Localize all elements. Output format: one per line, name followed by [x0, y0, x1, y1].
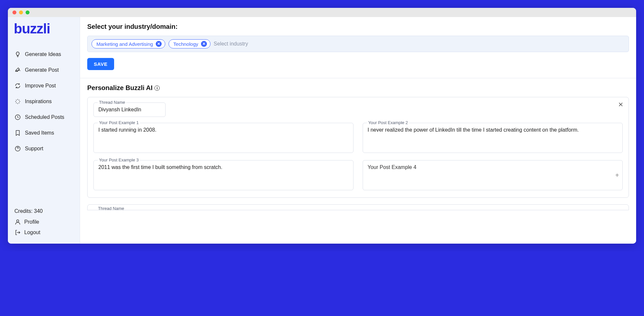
logout-icon: [14, 229, 21, 236]
window-minimize-dot[interactable]: [19, 10, 23, 14]
bookmark-icon: [14, 130, 21, 136]
personalize-heading-text: Personalize Buzzli AI: [87, 84, 152, 92]
sidebar-item-label: Saved Items: [25, 130, 54, 136]
thread-name-input[interactable]: [98, 107, 161, 113]
sidebar-item-label: Inspirations: [25, 99, 52, 104]
post-example-3-input[interactable]: [98, 164, 349, 185]
personalize-heading: Personalize Buzzli AI i: [87, 84, 629, 92]
industry-section: Select your industry/domain: Marketing a…: [80, 17, 636, 78]
card-close-button[interactable]: [617, 101, 624, 109]
thread-name-field[interactable]: Thread Name: [93, 102, 166, 117]
example-label: Your Post Example 3: [98, 158, 140, 162]
tag-label: Marketing and Advertising: [96, 41, 153, 47]
post-example-4-input[interactable]: [368, 164, 618, 185]
personalize-section: Personalize Buzzli AI i Thread Name Your…: [80, 78, 636, 218]
user-icon: [14, 219, 21, 225]
lightbulb-icon: [14, 51, 21, 58]
info-icon[interactable]: i: [154, 85, 160, 91]
industry-tag: Marketing and Advertising ✕: [91, 39, 165, 48]
clock-icon: [14, 114, 21, 121]
post-example-2-input[interactable]: [368, 127, 618, 147]
post-example-4-field[interactable]: +: [363, 160, 623, 190]
industry-tag: Technology ✕: [169, 39, 211, 48]
tag-label: Technology: [173, 41, 198, 47]
industry-placeholder: Select industry: [214, 41, 248, 47]
close-icon: [617, 101, 624, 108]
sidebar-item-label: Generate Ideas: [25, 51, 61, 57]
sidebar-item-label: Generate Post: [25, 67, 59, 73]
window-close-dot[interactable]: [12, 10, 16, 14]
post-example-3-field[interactable]: Your Post Example 3: [93, 160, 353, 190]
thread-card-peek: Thread Name: [87, 204, 629, 210]
pencil-wave-icon: [14, 67, 21, 73]
sidebar-item-label: Support: [25, 146, 43, 152]
industry-heading: Select your industry/domain:: [87, 23, 629, 30]
sidebar-item-saved-items[interactable]: Saved Items: [8, 126, 80, 140]
save-button[interactable]: SAVE: [87, 58, 114, 70]
app-window: buzzli Generate Ideas Generate Post Impr…: [8, 8, 636, 244]
refresh-icon: [14, 83, 21, 89]
main-content: Select your industry/domain: Marketing a…: [80, 17, 636, 244]
sparkle-icon: [14, 98, 21, 105]
post-example-1-field[interactable]: Your Post Example 1: [93, 123, 353, 153]
example-label: Your Post Example 1: [98, 120, 140, 125]
sidebar-nav: Generate Ideas Generate Post Improve Pos…: [8, 41, 80, 156]
window-maximize-dot[interactable]: [26, 10, 30, 14]
sidebar-item-inspirations[interactable]: Inspirations: [8, 94, 80, 109]
sidebar-item-label: Improve Post: [25, 83, 56, 89]
svg-point-2: [17, 220, 19, 222]
credits-label: Credits: 340: [14, 208, 73, 217]
window-titlebar: [8, 8, 636, 17]
tag-remove-icon[interactable]: ✕: [156, 41, 162, 47]
brand-logo: buzzli: [8, 21, 80, 41]
industry-select-box[interactable]: Marketing and Advertising ✕ Technology ✕…: [87, 36, 629, 52]
sidebar-item-generate-post[interactable]: Generate Post: [8, 63, 80, 77]
tag-remove-icon[interactable]: ✕: [201, 41, 207, 47]
sidebar-item-improve-post[interactable]: Improve Post: [8, 79, 80, 93]
sidebar-item-label: Scheduled Posts: [25, 114, 64, 120]
example-label: Your Post Example 2: [367, 120, 409, 125]
logout-label: Logout: [24, 230, 40, 235]
examples-grid: Your Post Example 1 Your Post Example 2 …: [93, 123, 623, 190]
sidebar: buzzli Generate Ideas Generate Post Impr…: [8, 17, 80, 244]
help-icon: [14, 145, 21, 152]
thread-name-label: Thread Name: [98, 100, 126, 105]
post-example-1-input[interactable]: [98, 127, 349, 147]
sidebar-footer: Credits: 340 Profile Logout: [8, 208, 80, 238]
sidebar-item-generate-ideas[interactable]: Generate Ideas: [8, 47, 80, 62]
logout-link[interactable]: Logout: [14, 227, 73, 238]
post-example-2-field[interactable]: Your Post Example 2: [363, 123, 623, 153]
profile-label: Profile: [24, 219, 39, 225]
sidebar-item-scheduled-posts[interactable]: Scheduled Posts: [8, 110, 80, 124]
thread-card: Thread Name Your Post Example 1 Your Pos…: [87, 97, 629, 198]
thread-name-label-peek: Thread Name: [97, 206, 125, 210]
profile-link[interactable]: Profile: [14, 217, 73, 227]
plus-icon[interactable]: +: [615, 172, 619, 179]
sidebar-item-support[interactable]: Support: [8, 141, 80, 156]
